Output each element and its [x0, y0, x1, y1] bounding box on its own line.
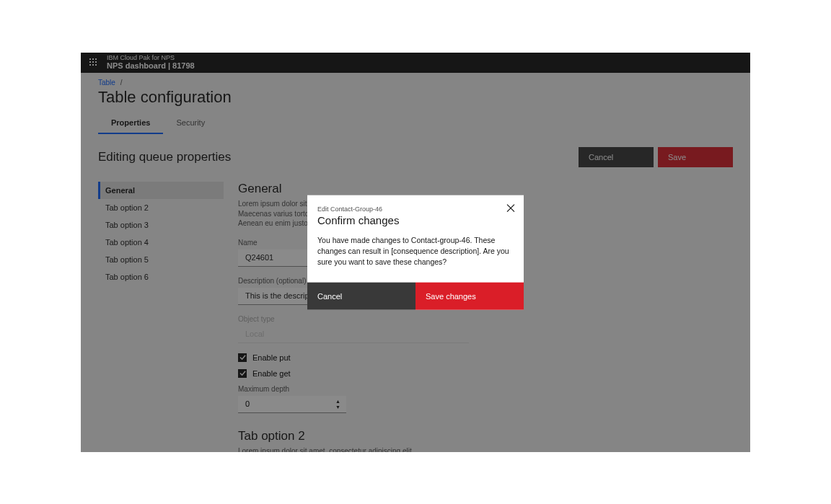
close-icon[interactable] [505, 203, 516, 214]
modal-header: Edit Contact-Group-46 Confirm changes [307, 195, 524, 235]
confirm-modal: Edit Contact-Group-46 Confirm changes Yo… [307, 195, 524, 310]
modal-eyebrow: Edit Contact-Group-46 [317, 205, 514, 213]
app-frame: IBM Cloud Pak for NPS NPS dashboard | 81… [81, 53, 750, 452]
modal-title: Confirm changes [317, 214, 514, 226]
modal-body: You have made changes to Contact-group-4… [307, 235, 524, 283]
modal-cancel-button[interactable]: Cancel [307, 282, 416, 309]
modal-actions: Cancel Save changes [307, 282, 524, 309]
modal-save-button[interactable]: Save changes [416, 282, 524, 309]
